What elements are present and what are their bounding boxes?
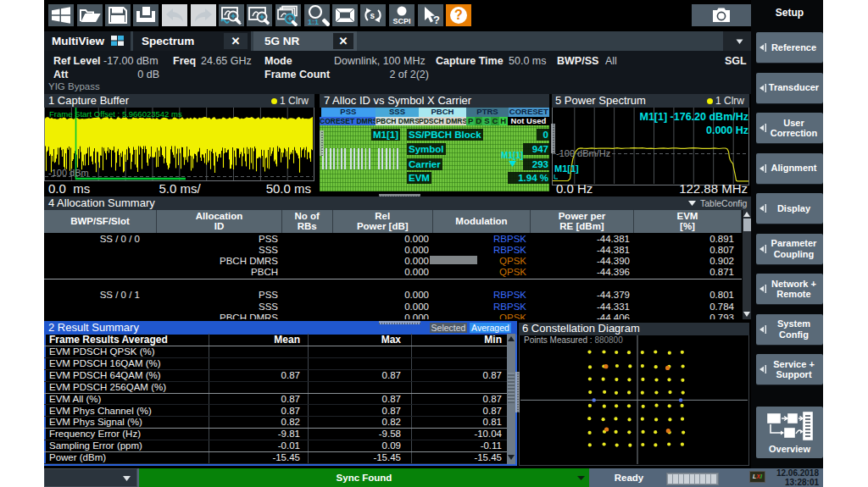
- svg-text:-100 dBm: -100 dBm: [48, 168, 89, 178]
- svg-text:-100 dBm/Hz: -100 dBm/Hz: [556, 148, 610, 158]
- svg-text:Frame Start Offset : 5.9660235: Frame Start Offset : 5.966023542 ms: [49, 109, 182, 119]
- svg-text:1:1: 1:1: [308, 18, 319, 26]
- svg-text:s: s: [370, 11, 376, 20]
- svg-text:SCPI: SCPI: [392, 17, 410, 25]
- svg-text:?: ?: [433, 14, 440, 26]
- svg-text:M1[1]: M1[1]: [554, 163, 579, 174]
- svg-text:?: ?: [454, 8, 463, 22]
